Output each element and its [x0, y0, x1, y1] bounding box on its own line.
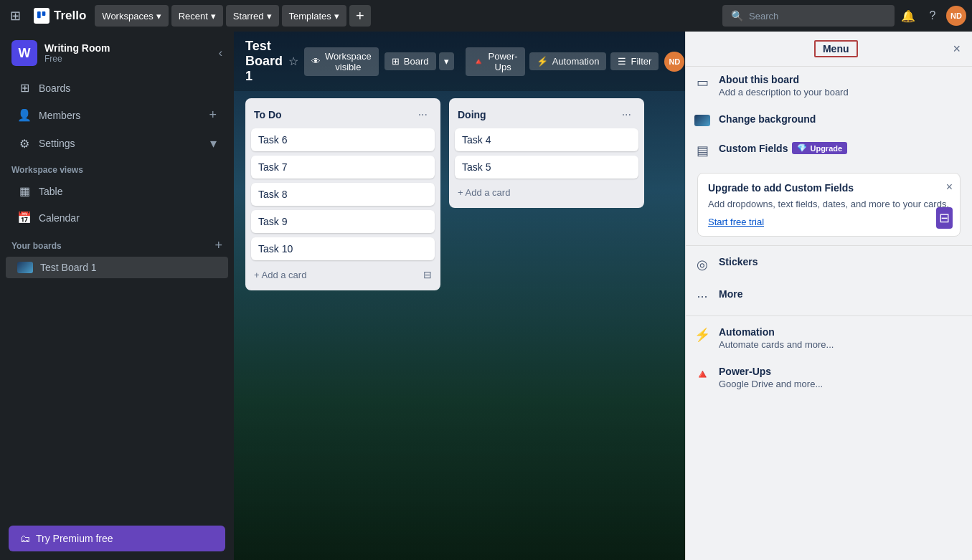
- menu-item-change-bg[interactable]: Change background: [686, 106, 972, 133]
- list-menu-button-doing[interactable]: ···: [618, 107, 636, 123]
- upgrade-card-close-button[interactable]: ×: [946, 181, 953, 194]
- menu-item-more-content: More: [719, 288, 963, 300]
- sidebar-item-settings[interactable]: ⚙ Settings ▾: [6, 130, 228, 157]
- list-title-doing: Doing: [458, 109, 486, 120]
- about-icon: ▭: [694, 75, 710, 90]
- upgrade-card-text: Add dropdowns, text fields, dates, and m…: [708, 198, 950, 211]
- workspace-views-header: Workspace views: [0, 158, 234, 178]
- filter-button[interactable]: ☰ Filter: [610, 52, 659, 70]
- board-header: Test Board 1 ☆ 👁 Workspace visible ⊞ Boa…: [234, 32, 685, 91]
- sidebar-item-calendar[interactable]: 📅 Calendar: [6, 205, 228, 230]
- premium-icon: 🗂: [20, 533, 30, 544]
- power-ups-button[interactable]: 🔺 Power-Ups: [466, 47, 525, 76]
- recent-button[interactable]: Recent ▾: [171, 5, 223, 27]
- svg-rect-1: [42, 11, 46, 16]
- add-card-button-doing[interactable]: + Add a card: [455, 183, 638, 202]
- templates-button[interactable]: Templates ▾: [282, 5, 346, 27]
- sidebar-item-table[interactable]: ▦ Table: [6, 179, 228, 204]
- your-boards-header: Your boards +: [0, 231, 234, 256]
- powerups-icon: 🔺: [473, 56, 484, 67]
- logo[interactable]: Trello: [28, 8, 92, 24]
- chevron-down-icon: ▾: [211, 11, 216, 22]
- sidebar-item-members[interactable]: 👤 Members +: [6, 102, 228, 128]
- menu-item-powerups[interactable]: 🔺 Power-Ups Google Drive and more...: [686, 359, 972, 397]
- settings-chevron[interactable]: ▾: [210, 136, 217, 151]
- chevron-down-icon: ▾: [267, 11, 272, 22]
- automation-menu-icon: ⚡: [694, 327, 710, 343]
- board-view-button[interactable]: ⊞ Board: [384, 52, 436, 70]
- board-title: Test Board 1: [245, 39, 283, 84]
- notifications-icon[interactable]: 🔔: [897, 5, 919, 27]
- sidebar: W Writing Room Free ‹ ⊞ Boards 👤 Members…: [0, 32, 234, 560]
- card-task6[interactable]: Task 6: [251, 128, 435, 151]
- add-board-button[interactable]: +: [214, 238, 222, 253]
- sidebar-item-test-board-1[interactable]: Test Board 1: [6, 257, 228, 278]
- menu-item-automation[interactable]: ⚡ Automation Automate cards and more...: [686, 319, 972, 357]
- board-area: Test Board 1 ☆ 👁 Workspace visible ⊞ Boa…: [234, 32, 685, 560]
- chevron-down-icon: ▾: [334, 11, 339, 22]
- card-task4[interactable]: Task 4: [455, 128, 638, 151]
- workspace-icon: W: [11, 40, 37, 66]
- menu-divider: [686, 245, 972, 246]
- menu-item-custom-fields[interactable]: ▤ Custom Fields 💎 Upgrade: [686, 135, 972, 166]
- lists-container: To Do ··· Task 6 Task 7 Task 8 Task 9 Ta…: [234, 91, 685, 560]
- menu-close-button[interactable]: ×: [953, 42, 961, 57]
- sidebar-item-boards[interactable]: ⊞ Boards: [6, 75, 228, 100]
- bg-thumbnail: [694, 115, 710, 126]
- card-task10[interactable]: Task 10: [251, 237, 435, 260]
- menu-item-automation-content: Automation Automate cards and more...: [719, 326, 963, 350]
- list-todo: To Do ··· Task 6 Task 7 Task 8 Task 9 Ta…: [245, 98, 440, 290]
- automation-button[interactable]: ⚡ Automation: [529, 52, 607, 70]
- main-layout: W Writing Room Free ‹ ⊞ Boards 👤 Members…: [0, 32, 972, 560]
- menu-panel: Menu × ▭ About this board Add a descript…: [685, 32, 972, 560]
- list-menu-button[interactable]: ···: [414, 107, 432, 123]
- menu-item-stickers[interactable]: ◎ Stickers: [686, 249, 972, 280]
- board-user-avatar: ND: [664, 52, 684, 72]
- settings-icon: ⚙: [17, 137, 32, 151]
- workspace-visible-button[interactable]: 👁 Workspace visible: [304, 47, 379, 76]
- menu-item-more[interactable]: ··· More: [686, 281, 972, 311]
- card-template-icon: ⊟: [423, 269, 432, 280]
- members-icon: 👤: [17, 108, 32, 122]
- boards-icon: ⊞: [17, 81, 32, 95]
- menu-divider-2: [686, 315, 972, 316]
- menu-title: Menu: [814, 40, 858, 57]
- search-icon: 🔍: [731, 10, 743, 22]
- workspaces-button[interactable]: Workspaces ▾: [95, 5, 168, 27]
- list-doing: Doing ··· Task 4 Task 5 + Add a card: [449, 98, 644, 208]
- menu-item-custom-fields-content: Custom Fields 💎 Upgrade: [719, 142, 963, 154]
- stickers-icon: ◎: [694, 257, 710, 272]
- list-header: To Do ···: [251, 104, 435, 128]
- card-task7[interactable]: Task 7: [251, 156, 435, 179]
- list-title: To Do: [254, 109, 282, 120]
- menu-item-stickers-content: Stickers: [719, 256, 963, 267]
- start-free-trial-link[interactable]: Start free trial: [708, 217, 950, 227]
- sidebar-collapse-button[interactable]: ‹: [219, 47, 222, 60]
- board-view-chevron-button[interactable]: ▾: [439, 52, 454, 70]
- board-thumbnail: [17, 262, 33, 273]
- board-right-actions: ND 👤 Share: [664, 52, 685, 72]
- menu-panel-header: Menu ×: [686, 32, 972, 67]
- card-task8[interactable]: Task 8: [251, 183, 435, 206]
- menu-item-powerups-content: Power-Ups Google Drive and more...: [719, 366, 963, 389]
- user-avatar[interactable]: ND: [946, 6, 966, 26]
- add-card-button-todo[interactable]: + Add a card ⊟: [251, 265, 435, 285]
- star-board-button[interactable]: ☆: [288, 54, 298, 68]
- help-icon[interactable]: ?: [922, 5, 943, 27]
- calendar-icon: 📅: [17, 211, 32, 224]
- card-task5[interactable]: Task 5: [455, 156, 638, 179]
- try-premium-button[interactable]: 🗂 Try Premium free: [9, 526, 225, 551]
- grid-icon[interactable]: ⊞: [6, 5, 25, 27]
- upgrade-card-title: Upgrade to add Custom Fields: [708, 182, 950, 194]
- workspace-info: Writing Room Free: [44, 42, 212, 64]
- menu-item-about[interactable]: ▭ About this board Add a description to …: [686, 67, 972, 105]
- add-member-button[interactable]: +: [209, 108, 217, 123]
- starred-button[interactable]: Starred ▾: [226, 5, 279, 27]
- create-button[interactable]: +: [349, 5, 371, 27]
- workspace-name: Writing Room: [44, 42, 212, 54]
- visibility-icon: 👁: [311, 56, 321, 67]
- upgrade-badge: 💎 Upgrade: [792, 142, 847, 154]
- card-task9[interactable]: Task 9: [251, 210, 435, 233]
- sidebar-bottom: 🗂 Try Premium free: [0, 517, 234, 560]
- search-input[interactable]: 🔍 Search: [722, 5, 895, 27]
